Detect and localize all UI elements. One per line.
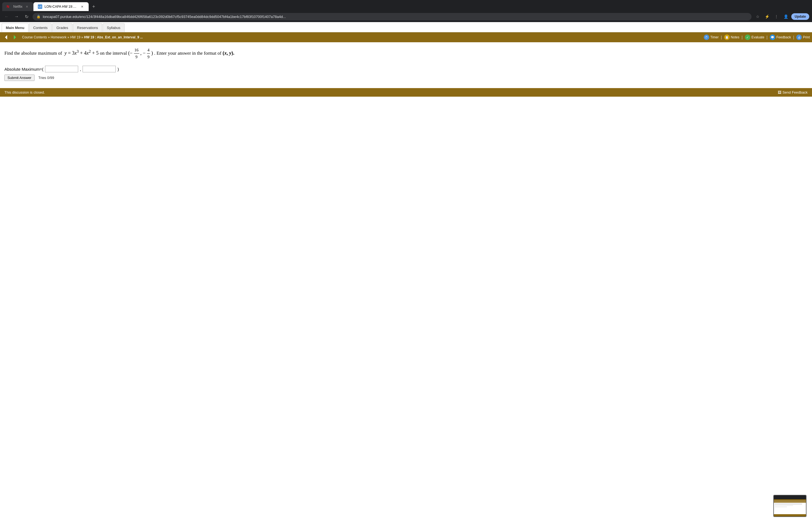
send-feedback-button[interactable]: 🖼 Send Feedback bbox=[778, 90, 808, 94]
loncapa-nav: Main Menu Contents Grades Reservations S… bbox=[0, 22, 812, 32]
lock-icon: 🔒 bbox=[37, 15, 41, 18]
notes-button[interactable]: 📋 Notes bbox=[724, 34, 739, 40]
back-button[interactable]: ← bbox=[3, 13, 11, 20]
toolbar-forward-button[interactable] bbox=[11, 33, 19, 41]
breadcrumb: Course Contents » Homework » HW 19 » HW … bbox=[20, 35, 702, 39]
evaluate-label: Evaluate bbox=[752, 35, 765, 39]
answer-close: ) bbox=[117, 67, 119, 72]
submit-row: Submit Answer Tries 0/99 bbox=[4, 75, 808, 81]
feedback-label: Feedback bbox=[777, 35, 791, 39]
formula: y = 3x3 + 4x2 + 5 bbox=[63, 50, 100, 56]
tab-loncapa-close[interactable]: ✕ bbox=[80, 4, 84, 9]
breadcrumb-current: HW 19 : Abs_Ext_on_an_Interval_9 ... bbox=[84, 35, 143, 39]
svg-marker-0 bbox=[5, 35, 7, 40]
reload-button[interactable]: ↻ bbox=[23, 13, 30, 20]
nav-tab-reservations[interactable]: Reservations bbox=[73, 23, 102, 32]
netflix-favicon: N bbox=[6, 4, 11, 9]
nav-tab-main-menu[interactable]: Main Menu bbox=[2, 23, 28, 32]
interval-intro: on the interval bbox=[100, 50, 128, 56]
browser-chrome: N Netflix ✕ LC LON-CAPA HW 19:Abs_Ext_o.… bbox=[0, 0, 812, 22]
problem-text: Find the absolute maximum of y = 3x3 + 4… bbox=[4, 47, 808, 60]
url-text: loncapa07.purdue.edu/enc/124/3f448a16dba… bbox=[43, 15, 748, 19]
answer-label: Absolute Maximum=( bbox=[4, 67, 43, 72]
update-button[interactable]: Update bbox=[791, 13, 809, 20]
tab-netflix[interactable]: N Netflix ✕ bbox=[2, 2, 33, 11]
menu-button[interactable]: ⋮ bbox=[772, 13, 780, 20]
answer-format-text: . Enter your answer in the format of bbox=[154, 50, 222, 56]
nav-tab-grades[interactable]: Grades bbox=[52, 23, 72, 32]
nav-tab-syllabus[interactable]: Syllabus bbox=[103, 23, 125, 32]
toolbar-row: Course Contents » Homework » HW 19 » HW … bbox=[0, 32, 812, 42]
print-button[interactable]: 🖨 Print bbox=[796, 34, 810, 40]
extensions-button[interactable]: ⚡ bbox=[763, 13, 771, 20]
interval-formula: (− 16 9 , − 4 9 ) bbox=[128, 50, 154, 56]
timer-icon: ⏱ bbox=[704, 34, 709, 40]
format-example: (x, y). bbox=[222, 50, 234, 56]
toolbar-actions: ⏱ Timer | 📋 Notes | ✓ Evaluate | 💬 Feedb… bbox=[704, 34, 810, 40]
toolbar-back-button[interactable] bbox=[2, 33, 10, 41]
svg-marker-1 bbox=[14, 35, 16, 40]
breadcrumb-hw19[interactable]: HW 19 bbox=[70, 35, 81, 39]
breadcrumb-course[interactable]: Course Contents bbox=[22, 35, 47, 39]
footer-bar: This discussion is closed. 🖼 Send Feedba… bbox=[0, 88, 812, 97]
main-content: Find the absolute maximum of y = 3x3 + 4… bbox=[0, 42, 812, 85]
tab-netflix-title: Netflix bbox=[13, 5, 23, 9]
profile-button[interactable]: 👤 bbox=[782, 13, 789, 20]
new-tab-button[interactable]: + bbox=[90, 3, 98, 11]
print-label: Print bbox=[803, 35, 810, 39]
evaluate-icon: ✓ bbox=[745, 34, 750, 40]
answer-comma: , bbox=[80, 67, 81, 72]
answer-row: Absolute Maximum=( , ) bbox=[4, 66, 808, 72]
tab-loncapa[interactable]: LC LON-CAPA HW 19:Abs_Ext_o... ✕ bbox=[33, 2, 89, 11]
tab-loncapa-title: LON-CAPA HW 19:Abs_Ext_o... bbox=[44, 5, 77, 9]
bookmark-button[interactable]: ☆ bbox=[754, 13, 762, 20]
forward-button[interactable]: → bbox=[13, 13, 20, 20]
notes-icon: 📋 bbox=[724, 34, 730, 40]
address-bar[interactable]: 🔒 loncapa07.purdue.edu/enc/124/3f448a16d… bbox=[33, 13, 752, 20]
breadcrumb-homework[interactable]: Homework bbox=[50, 35, 66, 39]
timer-label: Timer bbox=[710, 35, 719, 39]
send-feedback-label: Send Feedback bbox=[782, 90, 808, 94]
evaluate-button[interactable]: ✓ Evaluate bbox=[745, 34, 765, 40]
send-feedback-icon: 🖼 bbox=[778, 90, 781, 94]
print-icon: 🖨 bbox=[796, 34, 802, 40]
feedback-icon: 💬 bbox=[770, 34, 775, 40]
tries-text: Tries 0/99 bbox=[39, 76, 54, 80]
tab-bar: N Netflix ✕ LC LON-CAPA HW 19:Abs_Ext_o.… bbox=[0, 0, 812, 11]
address-actions: ☆ ⚡ ⋮ 👤 Update bbox=[754, 13, 809, 20]
nav-tab-contents[interactable]: Contents bbox=[29, 23, 52, 32]
answer-y-input[interactable] bbox=[83, 66, 116, 72]
timer-button[interactable]: ⏱ Timer bbox=[704, 34, 719, 40]
loncapa-favicon: LC bbox=[38, 4, 42, 9]
notes-label: Notes bbox=[731, 35, 739, 39]
tab-netflix-close[interactable]: ✕ bbox=[25, 4, 29, 9]
discussion-closed-text: This discussion is closed. bbox=[4, 90, 45, 94]
instruction-text: Find the absolute maximum of bbox=[4, 50, 62, 56]
submit-answer-button[interactable]: Submit Answer bbox=[4, 75, 34, 81]
feedback-button[interactable]: 💬 Feedback bbox=[770, 34, 791, 40]
address-bar-row: ← → ↻ 🔒 loncapa07.purdue.edu/enc/124/3f4… bbox=[0, 11, 812, 22]
answer-x-input[interactable] bbox=[45, 66, 78, 72]
